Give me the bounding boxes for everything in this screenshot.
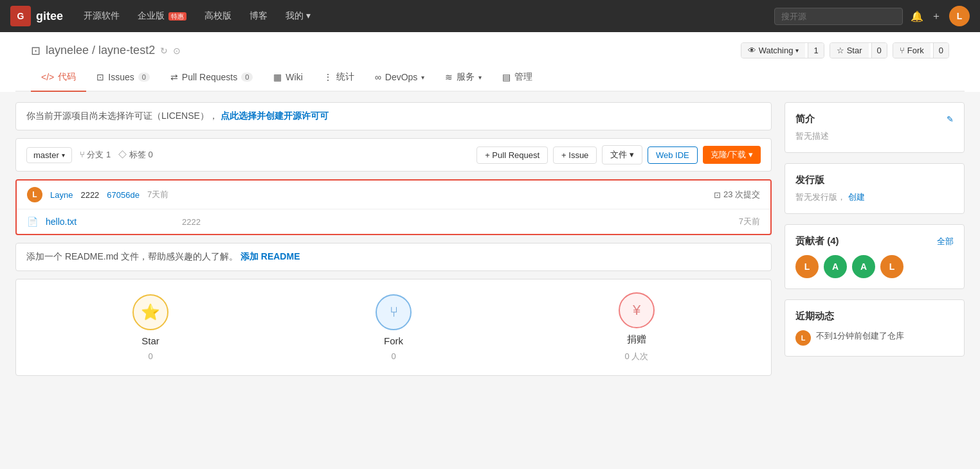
stats-row: ⭐ Star 0 ⑂ Fork 0 ¥ 捐赠 0 人次: [15, 279, 772, 376]
releases-text: 暂无发行版， 创建: [795, 192, 865, 202]
repo-header: ⊡ laynelee / layne-test2 ↻ ⊙ 👁 Watching …: [15, 32, 965, 58]
stats-icon: ⋮: [323, 72, 332, 82]
contributor-avatar-4[interactable]: L: [880, 255, 903, 278]
tab-code[interactable]: </> 代码: [31, 64, 86, 92]
stat-donate[interactable]: ¥ 捐赠 0 人次: [619, 292, 655, 362]
file-name[interactable]: hello.txt: [46, 217, 174, 227]
contributor-avatar-1[interactable]: L: [795, 255, 819, 278]
branch-bar: master ▾ ⑂ 分支 1 ◇ 标签 0 + Pull Request + …: [15, 138, 772, 172]
services-chevron: ▾: [478, 74, 482, 81]
nav-open-source[interactable]: 开源软件: [76, 6, 127, 26]
watch-button[interactable]: 👁 Watching ▾: [741, 43, 806, 58]
nav-university[interactable]: 高校版: [197, 6, 239, 26]
stat-star[interactable]: ⭐ Star 0: [132, 294, 168, 361]
logo[interactable]: G gitee: [10, 6, 63, 26]
tag-count[interactable]: ◇ 标签 0: [118, 149, 152, 161]
web-ide-button[interactable]: Web IDE: [648, 146, 698, 164]
activity-item: L 不到1分钟前创建了仓库: [795, 330, 954, 346]
top-navigation: G gitee 开源软件 企业版 特惠 高校版 博客 我的 ▾ 🔔 ＋ L: [0, 0, 980, 32]
file-time: 7天前: [739, 216, 760, 227]
nav-blog[interactable]: 博客: [242, 6, 275, 26]
logo-text: gitee: [36, 10, 63, 23]
intro-edit-icon[interactable]: ✎: [947, 114, 954, 124]
sidebar-intro: 简介 ✎ 暂无描述: [785, 102, 965, 153]
tab-stats[interactable]: ⋮ 统计: [313, 64, 365, 92]
repo-owner[interactable]: laynelee: [46, 44, 89, 57]
repo-path[interactable]: laynelee / layne-test2: [46, 44, 155, 57]
tab-services[interactable]: ≋ 服务 ▾: [435, 64, 492, 92]
readme-notice-text: 添加一个 README.md 文件，帮助感兴趣的人了解。: [26, 251, 238, 261]
avatar[interactable]: L: [949, 6, 970, 26]
tab-issues[interactable]: ⊡ Issues 0: [86, 64, 160, 92]
watch-count[interactable]: 1: [808, 43, 823, 58]
file-icon: 📄: [27, 217, 38, 227]
fork-count[interactable]: 0: [933, 43, 948, 58]
license-notice-link[interactable]: 点此选择并创建开源许可可: [221, 111, 329, 121]
content-area: 你当前开源项目尚未选择许可证（LICENSE）， 点此选择并创建开源许可可 ma…: [0, 92, 980, 386]
tab-manage[interactable]: ▤ 管理: [492, 64, 543, 92]
refresh-icon[interactable]: ↻: [160, 46, 168, 56]
star-button[interactable]: ☆ Star: [830, 43, 869, 58]
notification-icon[interactable]: 🔔: [911, 10, 923, 22]
tab-manage-label: 管理: [514, 71, 532, 83]
file-commit-message: 2222: [182, 217, 731, 227]
nav-enterprise[interactable]: 企业版 特惠: [130, 6, 194, 26]
star-button-group: ☆ Star 0: [830, 42, 887, 58]
repo-tabs: </> 代码 ⊡ Issues 0 ⇄ Pull Requests 0 ▦ Wi…: [15, 64, 965, 92]
contributors-all-link[interactable]: 全部: [937, 236, 954, 247]
file-table: L Layne 2222 67056de 7天前 ⊡ 23 次提交 📄 hell…: [15, 179, 772, 235]
branch-actions: + Pull Request + Issue 文件 ▾ Web IDE 克隆/下…: [476, 145, 761, 164]
stat-fork[interactable]: ⑂ Fork 0: [376, 294, 412, 361]
wiki-icon: ▦: [273, 72, 282, 82]
contributors-avatars: L A A L: [795, 255, 954, 278]
star-count[interactable]: 0: [871, 43, 887, 58]
license-notice-text: 你当前开源项目尚未选择许可证（LICENSE），: [26, 111, 218, 121]
pull-request-button[interactable]: + Pull Request: [476, 146, 548, 164]
issue-button[interactable]: + Issue: [553, 146, 597, 164]
fork-stat-label: Fork: [384, 335, 403, 346]
repo-name[interactable]: layne-test2: [98, 44, 155, 57]
eye-icon: 👁: [748, 46, 756, 55]
tab-wiki[interactable]: ▦ Wiki: [263, 64, 313, 92]
commit-author[interactable]: Layne: [50, 190, 73, 200]
tab-pr-label: Pull Requests: [182, 72, 237, 82]
releases-create-link[interactable]: 创建: [848, 192, 865, 202]
fork-button[interactable]: ⑂ Fork: [893, 43, 930, 58]
settings-icon[interactable]: ⊙: [173, 46, 181, 56]
tab-wiki-label: Wiki: [286, 72, 302, 82]
devops-icon: ∞: [375, 72, 381, 82]
repo-path-area: ⊡ laynelee / layne-test2 ↻ ⊙: [31, 44, 736, 58]
tab-code-label: 代码: [58, 71, 76, 83]
file-button[interactable]: 文件 ▾: [602, 145, 642, 164]
activity-title: 近期动态: [795, 310, 954, 323]
pr-icon: ⇄: [170, 72, 178, 82]
intro-description: 暂无描述: [795, 131, 829, 141]
table-row: 📄 hello.txt 2222 7天前: [17, 209, 770, 234]
commit-count[interactable]: ⊡ 23 次提交: [714, 189, 760, 200]
repo-icon: ⊡: [31, 44, 41, 58]
sidebar-releases: 发行版 暂无发行版， 创建: [785, 163, 965, 214]
tab-pull-requests[interactable]: ⇄ Pull Requests 0: [160, 64, 264, 92]
clone-button[interactable]: 克隆/下载 ▾: [703, 146, 761, 164]
commit-time: 7天前: [147, 189, 168, 200]
enterprise-badge: 特惠: [168, 12, 186, 21]
donate-stat-label: 捐赠: [627, 333, 646, 346]
commit-hash[interactable]: 67056de: [107, 190, 140, 200]
readme-notice-link[interactable]: 添加 README: [240, 251, 300, 261]
tab-services-label: 服务: [457, 71, 475, 83]
contributor-avatar-3[interactable]: A: [852, 255, 875, 278]
branch-count[interactable]: ⑂ 分支 1: [80, 149, 111, 161]
watch-button-group: 👁 Watching ▾ 1: [741, 42, 824, 58]
services-icon: ≋: [445, 72, 453, 82]
commit-header: L Layne 2222 67056de 7天前 ⊡ 23 次提交: [17, 181, 770, 209]
sidebar: 简介 ✎ 暂无描述 发行版 暂无发行版， 创建 贡献者 (4) 全部 L A: [785, 102, 965, 376]
pr-badge: 0: [241, 73, 253, 82]
search-input[interactable]: [774, 8, 903, 25]
fork-label: Fork: [907, 46, 924, 55]
add-icon[interactable]: ＋: [931, 10, 941, 23]
contributor-avatar-2[interactable]: A: [824, 255, 847, 278]
main-content: 你当前开源项目尚未选择许可证（LICENSE）， 点此选择并创建开源许可可 ma…: [15, 102, 772, 376]
tab-devops[interactable]: ∞ DevOps ▾: [365, 64, 435, 92]
branch-select[interactable]: master ▾: [26, 147, 72, 163]
nav-mine[interactable]: 我的 ▾: [278, 6, 318, 26]
